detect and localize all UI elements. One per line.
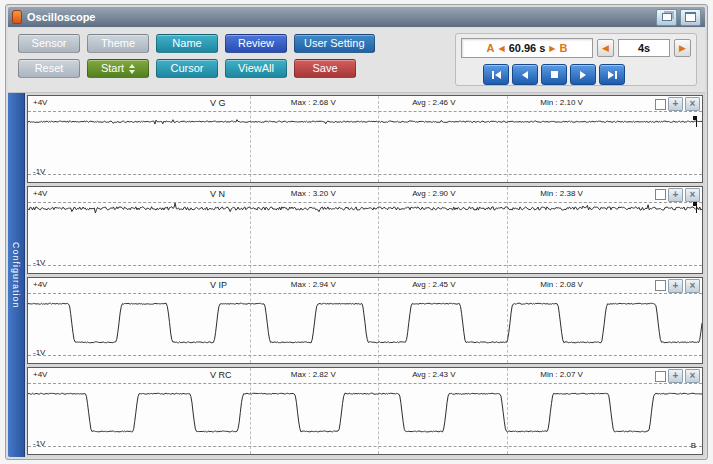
start-spinner-icon <box>129 64 135 74</box>
channel-header: +4V V IP Max : 2.94 V Avg : 2.45 V Min :… <box>28 279 702 292</box>
save-button[interactable]: Save <box>294 59 356 78</box>
bottom-scale-label: -1V <box>33 167 45 176</box>
skip-end-icon-bar <box>615 71 617 79</box>
zoom-button[interactable]: + <box>668 279 683 293</box>
channel-header: +4V V N Max : 3.20 V Avg : 2.90 V Min : … <box>28 188 702 201</box>
avg-stat: Avg : 2.90 V <box>412 189 455 198</box>
start-button[interactable]: Start <box>87 59 149 78</box>
cursor-button[interactable]: Cursor <box>156 59 218 78</box>
cursor-b-label[interactable]: B <box>560 42 568 54</box>
cursor-b-arrow-icon: ▶ <box>549 44 555 53</box>
channel-panel-vip: +4V V IP Max : 2.94 V Avg : 2.45 V Min :… <box>27 277 703 365</box>
toolbar: Sensor Theme Name Review User Setting Re… <box>8 28 705 93</box>
max-stat: Max : 2.82 V <box>291 370 336 379</box>
window-title: Oscilloscope <box>27 11 95 23</box>
timebase-select[interactable]: 4s <box>618 39 670 57</box>
right-triangle-icon: ▶ <box>679 43 686 53</box>
stop-button[interactable] <box>541 64 567 85</box>
sensor-button[interactable]: Sensor <box>18 34 80 53</box>
oscilloscope-window: Oscilloscope Sensor Theme Name Review Us… <box>5 4 708 460</box>
avg-stat: Avg : 2.46 V <box>412 98 455 107</box>
review-button-label: Review <box>238 34 274 53</box>
channel-list: +4V V G Max : 2.68 V Avg : 2.46 V Min : … <box>25 93 705 457</box>
reset-button[interactable]: Reset <box>18 59 80 78</box>
top-scale-label: +4V <box>33 98 47 107</box>
ab-time-display: A ◀ 60.96 s ▶ B <box>461 38 593 58</box>
zoom-button[interactable]: + <box>668 369 683 383</box>
channel-controls: + × <box>655 279 700 293</box>
title-bar: Oscilloscope <box>8 7 705 27</box>
step-back-icon <box>522 71 528 79</box>
top-scale-label: +4V <box>33 370 47 379</box>
channel-controls: + × <box>655 369 700 383</box>
skip-end-button[interactable] <box>599 64 625 85</box>
waveform-end-marker <box>696 202 697 213</box>
review-button[interactable]: Review <box>225 34 287 53</box>
channel-visibility-checkbox[interactable] <box>655 189 666 200</box>
channel-visibility-checkbox[interactable] <box>655 371 666 382</box>
close-icon: × <box>690 371 696 381</box>
bottom-scale-label: -1V <box>33 258 45 267</box>
channel-name: V N <box>210 189 225 199</box>
close-icon: × <box>690 281 696 291</box>
timebase-increase-button[interactable]: ▶ <box>674 39 691 57</box>
min-stat: Min : 2.10 V <box>540 98 583 107</box>
step-forward-icon <box>580 71 586 79</box>
top-scale-label: +4V <box>33 189 47 198</box>
skip-start-button[interactable] <box>483 64 509 85</box>
step-back-button[interactable] <box>512 64 538 85</box>
close-channel-button[interactable]: × <box>685 188 700 202</box>
channel-visibility-checkbox[interactable] <box>655 99 666 110</box>
bottom-scale-label: -1V <box>33 439 45 448</box>
channel-controls: + × <box>655 97 700 111</box>
channel-header: +4V V RC Max : 2.82 V Avg : 2.43 V Min :… <box>28 369 702 382</box>
viewall-button[interactable]: ViewAll <box>225 59 287 78</box>
zoom-button[interactable]: + <box>668 97 683 111</box>
min-stat: Min : 2.07 V <box>540 370 583 379</box>
channel-visibility-checkbox[interactable] <box>655 280 666 291</box>
left-triangle-icon: ◀ <box>602 43 609 53</box>
cursor-a-label[interactable]: A <box>487 42 495 54</box>
configuration-tab-label: Configuration <box>11 242 21 309</box>
timebase-decrease-button[interactable]: ◀ <box>597 39 614 57</box>
max-stat: Max : 3.20 V <box>291 189 336 198</box>
min-stat: Min : 2.38 V <box>540 189 583 198</box>
channel-panel-vrc: +4V V RC Max : 2.82 V Avg : 2.43 V Min :… <box>27 367 703 455</box>
reset-button-label: Reset <box>35 59 64 78</box>
theme-button[interactable]: Theme <box>87 34 149 53</box>
step-forward-button[interactable] <box>570 64 596 85</box>
name-button-label: Name <box>172 34 201 53</box>
skip-start-icon-triangle <box>495 71 501 79</box>
theme-button-label: Theme <box>101 34 135 53</box>
configuration-tab[interactable]: Configuration <box>8 93 25 457</box>
maximize-button[interactable] <box>680 9 701 26</box>
avg-stat: Avg : 2.45 V <box>412 280 455 289</box>
maximize-icon <box>685 12 696 22</box>
waveform-end-marker <box>696 116 697 127</box>
cursor-button-label: Cursor <box>170 59 203 78</box>
skip-start-icon <box>492 71 494 79</box>
name-button[interactable]: Name <box>156 34 218 53</box>
zoom-button[interactable]: + <box>668 188 683 202</box>
max-stat: Max : 2.94 V <box>291 280 336 289</box>
channel-panel-vn: +4V V N Max : 3.20 V Avg : 2.90 V Min : … <box>27 186 703 274</box>
window-buttons <box>656 9 701 26</box>
start-button-label: Start <box>101 59 124 78</box>
close-channel-button[interactable]: × <box>685 97 700 111</box>
viewall-button-label: ViewAll <box>238 59 274 78</box>
user-setting-button[interactable]: User Setting <box>294 34 375 53</box>
close-channel-button[interactable]: × <box>685 279 700 293</box>
timebase-value: 4s <box>638 42 650 54</box>
plus-icon: + <box>673 371 679 381</box>
marker-b-label: B <box>691 441 696 450</box>
cursor-a-arrow-icon: ◀ <box>498 44 504 53</box>
min-stat: Min : 2.08 V <box>540 280 583 289</box>
cascade-windows-button[interactable] <box>656 9 677 26</box>
toolbar-buttons: Sensor Theme Name Review User Setting Re… <box>18 34 375 78</box>
toolbar-row-2: Reset Start Cursor ViewAll Save <box>18 59 375 78</box>
time-control-group: A ◀ 60.96 s ▶ B ◀ 4s ▶ <box>455 33 697 86</box>
sensor-button-label: Sensor <box>32 34 67 53</box>
plus-icon: + <box>673 99 679 109</box>
close-channel-button[interactable]: × <box>685 369 700 383</box>
user-setting-button-label: User Setting <box>304 34 365 53</box>
